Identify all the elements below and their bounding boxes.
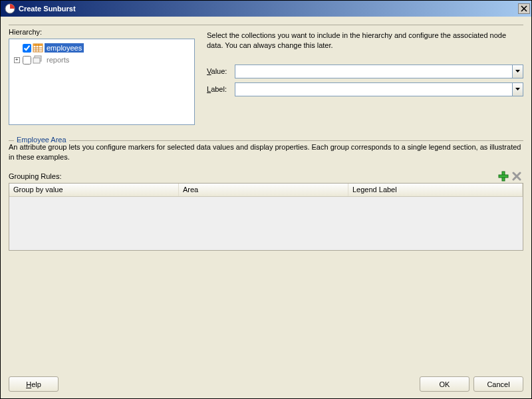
label-label: Label: <box>207 85 235 93</box>
label-combo[interactable] <box>235 82 523 96</box>
tree-node-reports[interactable]: + reports <box>11 54 193 66</box>
reports-label[interactable]: reports <box>45 55 71 65</box>
label-dropdown-arrow[interactable] <box>512 82 523 96</box>
grouping-rules-table[interactable]: Group by value Area Legend Label <box>9 183 523 251</box>
hierarchy-panel: Hierarchy: employees + reports <box>9 28 195 125</box>
value-row: Value: <box>207 65 523 78</box>
value-label: Value: <box>207 67 235 75</box>
fieldset-legend: Employee Area <box>14 136 69 144</box>
help-button[interactable]: Help <box>9 376 59 392</box>
separator <box>9 23 523 25</box>
hierarchy-tree[interactable]: employees + reports <box>9 39 195 125</box>
label-row: Label: <box>207 82 523 96</box>
table-body-empty <box>9 197 523 250</box>
col-group-by[interactable]: Group by value <box>9 184 179 196</box>
col-area[interactable]: Area <box>179 184 348 196</box>
spacer <box>9 251 523 372</box>
instruction-text: Select the collections you want to inclu… <box>207 28 523 51</box>
reports-checkbox[interactable] <box>23 56 31 65</box>
svg-rect-2 <box>33 44 43 46</box>
top-panel: Hierarchy: employees + reports <box>9 28 523 125</box>
add-rule-button[interactable] <box>497 170 510 183</box>
dialog-title: Create Sunburst <box>19 5 518 13</box>
rules-header: Grouping Rules: <box>9 170 523 183</box>
dialog-button-row: Help OK Cancel <box>9 372 523 392</box>
ok-button[interactable]: OK <box>420 376 469 392</box>
svg-rect-8 <box>33 58 40 63</box>
svg-rect-10 <box>499 175 508 178</box>
attribute-description: An attribute group lets you configure ma… <box>9 142 523 163</box>
delete-rule-button[interactable] <box>510 170 523 183</box>
titlebar: Create Sunburst <box>1 1 531 17</box>
table-header-row: Group by value Area Legend Label <box>9 184 523 197</box>
employees-checkbox[interactable] <box>23 44 31 53</box>
tree-node-employees[interactable]: employees <box>11 42 193 54</box>
employee-area-fieldset: Employee Area An attribute group lets yo… <box>9 136 523 251</box>
node-config-panel: Select the collections you want to inclu… <box>207 28 523 125</box>
table-icon <box>33 43 43 53</box>
employees-label[interactable]: employees <box>45 43 84 53</box>
label-input[interactable] <box>235 82 512 96</box>
grouping-rules-label: Grouping Rules: <box>9 172 497 180</box>
hierarchy-label: Hierarchy: <box>9 28 195 36</box>
fieldset-line <box>9 140 523 141</box>
dialog-body: Hierarchy: employees + reports <box>1 17 531 398</box>
col-legend-label[interactable]: Legend Label <box>348 184 523 196</box>
value-dropdown-arrow[interactable] <box>512 65 523 78</box>
app-icon <box>5 3 15 14</box>
cancel-button[interactable]: Cancel <box>473 376 523 392</box>
value-combo[interactable] <box>235 65 523 78</box>
value-input[interactable] <box>235 65 512 78</box>
stack-icon <box>33 55 43 65</box>
tree-expander[interactable]: + <box>12 57 21 63</box>
close-button[interactable] <box>518 3 530 14</box>
